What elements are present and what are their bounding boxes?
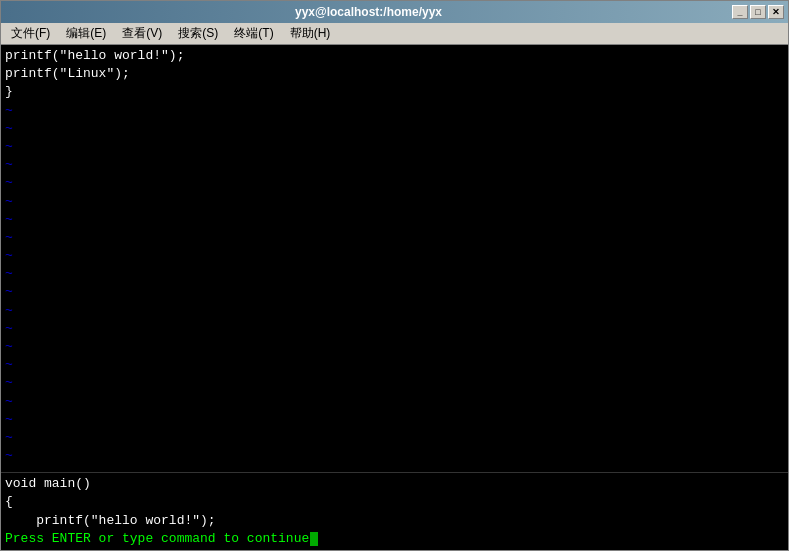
cursor [310,532,318,546]
tilde-4: ~ [5,156,784,174]
close-button[interactable]: ✕ [768,5,784,19]
tilde-11: ~ [5,283,784,301]
code-display: printf("hello world!"); printf("Linux");… [1,45,788,472]
menu-terminal[interactable]: 终端(T) [228,23,279,44]
tilde-15: ~ [5,356,784,374]
tilde-12: ~ [5,302,784,320]
terminal-area[interactable]: printf("hello world!"); printf("Linux");… [1,45,788,550]
minimize-button[interactable]: _ [732,5,748,19]
menu-bar: 文件(F) 编辑(E) 查看(V) 搜索(S) 终端(T) 帮助(H) [1,23,788,45]
tilde-20: ~ [5,447,784,465]
code-line-1: printf("hello world!"); [5,47,784,65]
window-title: yyx@localhost:/home/yyx [5,5,732,19]
tilde-6: ~ [5,193,784,211]
preview-line-2: { [5,493,784,511]
menu-edit[interactable]: 编辑(E) [60,23,112,44]
tilde-1: ~ [5,102,784,120]
title-bar: yyx@localhost:/home/yyx _ □ ✕ [1,1,788,23]
tilde-14: ~ [5,338,784,356]
tilde-16: ~ [5,374,784,392]
tilde-3: ~ [5,138,784,156]
tilde-5: ~ [5,174,784,192]
tilde-2: ~ [5,120,784,138]
menu-view[interactable]: 查看(V) [116,23,168,44]
bottom-preview: void main() { printf("hello world!"); Pr… [1,472,788,550]
menu-file[interactable]: 文件(F) [5,23,56,44]
preview-line-1: void main() [5,475,784,493]
tilde-18: ~ [5,411,784,429]
main-window: yyx@localhost:/home/yyx _ □ ✕ 文件(F) 编辑(E… [0,0,789,551]
tilde-8: ~ [5,229,784,247]
tilde-19: ~ [5,429,784,447]
code-line-3: } [5,83,784,101]
maximize-button[interactable]: □ [750,5,766,19]
tilde-13: ~ [5,320,784,338]
preview-line-3: printf("hello world!"); [5,512,784,530]
tilde-21: ~ [5,465,784,472]
menu-help[interactable]: 帮助(H) [284,23,337,44]
tilde-7: ~ [5,211,784,229]
tilde-17: ~ [5,393,784,411]
status-text: Press ENTER or type command to continue [5,530,309,548]
tilde-9: ~ [5,247,784,265]
status-bar: Press ENTER or type command to continue [5,530,784,548]
tilde-10: ~ [5,265,784,283]
window-controls: _ □ ✕ [732,5,784,19]
menu-search[interactable]: 搜索(S) [172,23,224,44]
code-line-2: printf("Linux"); [5,65,784,83]
